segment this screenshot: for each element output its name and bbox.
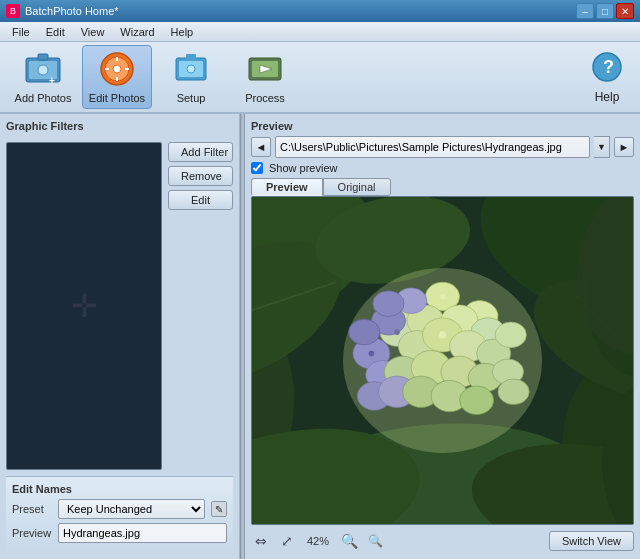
show-preview-row: Show preview [251, 162, 634, 174]
graphic-filters-title: Graphic Filters [6, 120, 233, 132]
close-button[interactable]: ✕ [616, 3, 634, 19]
nav-next-button[interactable]: ► [614, 137, 634, 157]
help-icon: ? [591, 51, 623, 86]
preview-name-label: Preview [12, 527, 52, 539]
filters-section: ✛ Add Filter Remove Edit [6, 142, 233, 470]
svg-text:+: + [49, 75, 55, 86]
toolbar-process[interactable]: Process [230, 45, 300, 109]
toolbar-edit-photos[interactable]: Edit Photos [82, 45, 152, 109]
app-title: BatchPhoto Home* [25, 5, 119, 17]
menu-bar: File Edit View Wizard Help [0, 22, 640, 42]
path-dropdown-button[interactable]: ▼ [594, 136, 610, 158]
menu-wizard[interactable]: Wizard [112, 24, 162, 40]
preview-filename-input[interactable] [58, 523, 227, 543]
preview-title: Preview [251, 120, 634, 132]
menu-view[interactable]: View [73, 24, 113, 40]
menu-edit[interactable]: Edit [38, 24, 73, 40]
toolbar: + Add Photos Edit Photos [0, 42, 640, 114]
add-photos-icon: + [23, 50, 63, 88]
add-photos-label: Add Photos [15, 92, 72, 104]
minimize-button[interactable]: – [576, 3, 594, 19]
help-label: Help [595, 90, 620, 104]
main-content: Graphic Filters ✛ Add Filter Remove Edit… [0, 114, 640, 559]
edit-photos-icon [97, 50, 137, 88]
svg-point-2 [38, 65, 48, 75]
show-preview-checkbox[interactable] [251, 162, 263, 174]
svg-point-46 [373, 291, 404, 317]
remove-button[interactable]: Remove [168, 166, 233, 186]
preset-row: Preset Keep Unchanged ✎ [12, 499, 227, 519]
path-input[interactable] [275, 136, 590, 158]
svg-point-62 [460, 386, 494, 414]
svg-rect-3 [38, 54, 48, 60]
svg-point-14 [187, 65, 195, 73]
svg-point-66 [369, 351, 375, 357]
tab-preview[interactable]: Preview [251, 178, 323, 196]
edit-names-section: Edit Names Preset Keep Unchanged ✎ Previ… [6, 476, 233, 553]
tab-original[interactable]: Original [323, 178, 391, 196]
svg-rect-15 [186, 54, 196, 59]
svg-point-51 [495, 322, 526, 348]
preset-edit-icon[interactable]: ✎ [211, 501, 227, 517]
svg-point-63 [440, 294, 446, 300]
svg-text:?: ? [603, 57, 614, 77]
window-controls: – □ ✕ [576, 3, 634, 19]
svg-point-11 [113, 65, 121, 73]
toolbar-setup[interactable]: Setup [156, 45, 226, 109]
nav-prev-button[interactable]: ◄ [251, 137, 271, 157]
switch-view-button[interactable]: Switch View [549, 531, 634, 551]
fit-page-icon[interactable]: ⤢ [277, 531, 297, 551]
filter-list: ✛ [6, 142, 162, 470]
zoom-out-icon[interactable]: 🔍 [339, 531, 359, 551]
maximize-button[interactable]: □ [596, 3, 614, 19]
toolbar-add-photos[interactable]: + Add Photos [8, 45, 78, 109]
process-label: Process [245, 92, 285, 104]
setup-label: Setup [177, 92, 206, 104]
image-area [251, 196, 634, 525]
menu-file[interactable]: File [4, 24, 38, 40]
preset-select[interactable]: Keep Unchanged [58, 499, 205, 519]
preview-tabs: Preview Original [251, 178, 634, 196]
edit-button[interactable]: Edit [168, 190, 233, 210]
svg-point-44 [349, 319, 380, 345]
title-bar: B BatchPhoto Home* – □ ✕ [0, 0, 640, 22]
preview-footer: ⇔ ⤢ 42% 🔍 🔍 Switch View [251, 529, 634, 553]
show-preview-label: Show preview [269, 162, 337, 174]
toolbar-help[interactable]: ? Help [582, 45, 632, 109]
left-panel: Graphic Filters ✛ Add Filter Remove Edit… [0, 114, 240, 559]
fit-width-icon[interactable]: ⇔ [251, 531, 271, 551]
menu-help[interactable]: Help [163, 24, 202, 40]
svg-point-65 [394, 329, 400, 335]
add-filter-placeholder-icon: ✛ [71, 287, 98, 325]
edit-names-title: Edit Names [12, 483, 227, 495]
add-filter-button[interactable]: Add Filter [168, 142, 233, 162]
app-icon: B [6, 4, 20, 18]
setup-icon [171, 50, 211, 88]
process-icon [245, 50, 285, 88]
preset-label: Preset [12, 503, 52, 515]
svg-point-59 [498, 379, 529, 405]
zoom-in-icon[interactable]: 🔍 [365, 531, 385, 551]
path-navigation: ◄ ▼ ► [251, 136, 634, 158]
svg-point-64 [439, 331, 446, 338]
edit-photos-label: Edit Photos [89, 92, 145, 104]
filter-buttons: Add Filter Remove Edit [168, 142, 233, 470]
zoom-level: 42% [303, 535, 333, 547]
preview-row: Preview [12, 523, 227, 543]
right-panel: Preview ◄ ▼ ► Show preview Preview Origi… [245, 114, 640, 559]
